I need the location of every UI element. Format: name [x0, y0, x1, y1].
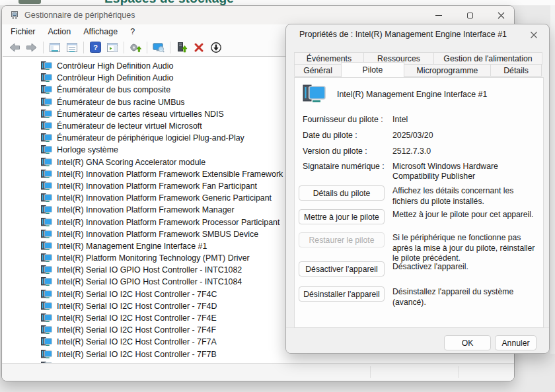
field-value: Microsoft Windows Hardware Compatibility… — [392, 162, 536, 181]
device-name: Intel(R) Innovation Platform Framework F… — [57, 181, 257, 191]
device-icon — [41, 181, 52, 191]
tab-control: ÉvénementsRessourcesGestion de l'aliment… — [294, 52, 544, 80]
device-name: Intel(R) Serial IO GPIO Host Controller … — [57, 277, 242, 286]
driver-action-row: Désactiver l'appareil Désactivez l'appar… — [299, 261, 540, 277]
minimize-button[interactable] — [427, 9, 450, 22]
device-icon — [41, 73, 52, 82]
properties-icon[interactable] — [66, 42, 78, 53]
désactiver-lappareil-button[interactable]: Désactiver l'appareil — [299, 261, 385, 277]
dialog-title: Propriétés de : Intel(R) Management Engi… — [299, 30, 507, 39]
menu-item-affichage[interactable]: Affichage — [83, 27, 118, 36]
menu-item-fichier[interactable]: Fichier — [11, 27, 36, 36]
background-window-title: Espaces de stockage — [104, 0, 234, 5]
screen: Espaces de stockage Gestionnaire de péri… — [0, 0, 555, 392]
uninstall-device-icon[interactable] — [193, 42, 205, 53]
device-name: Intel(R) Serial IO GPIO Host Controller … — [57, 265, 242, 275]
console-tree-icon[interactable] — [49, 42, 61, 53]
tab-gestion-de-l-alimentation[interactable]: Gestion de l'alimentation — [433, 52, 542, 65]
device-icon — [41, 61, 52, 71]
maximize-button[interactable] — [459, 9, 481, 22]
tab-microprogramme[interactable]: Microprogramme — [404, 64, 491, 77]
update-driver-icon[interactable] — [176, 42, 188, 53]
status-bar — [2, 363, 514, 381]
device-name: Intel(R) Serial IO I2C Host Controller -… — [57, 313, 217, 323]
device-icon — [41, 121, 52, 131]
field-label: Fournisseur du pilote : — [303, 115, 392, 125]
device-name: Intel(R) Innovation Platform Framework M… — [57, 205, 235, 214]
device-name: Énumérateur de lecteur virtuel Microsoft — [57, 121, 202, 131]
device-name: Énumérateur de périphérique logiciel Plu… — [57, 133, 244, 143]
device-icon — [41, 265, 52, 275]
device-icon — [41, 242, 52, 251]
device-icon — [41, 205, 52, 214]
background-window-edge — [550, 5, 555, 354]
driver-field: Signataire numérique : Microsoft Windows… — [303, 162, 538, 181]
background-window-espaces-de-stockage: Espaces de stockage — [0, 0, 555, 5]
driver-field: Fournisseur du pilote : Intel — [303, 115, 538, 125]
cancel-button[interactable]: Annuler — [495, 335, 536, 350]
device-header: Intel(R) Management Engine Interface #1 — [303, 84, 487, 104]
dialog-footer: OK Annuler — [286, 327, 549, 353]
device-name: Intel(R) Serial IO I2C Host Controller -… — [57, 337, 217, 346]
restaurer-le-pilote-button: Restaurer le pilote — [299, 232, 385, 247]
dialog-titlebar[interactable]: Propriétés de : Intel(R) Management Engi… — [286, 24, 549, 44]
storage-spaces-icon — [18, 0, 41, 4]
close-icon — [530, 31, 538, 39]
device-name: Intel(R) Serial IO I2C Host Controller -… — [57, 350, 217, 359]
scan-hardware-icon[interactable] — [130, 42, 141, 53]
device-icon — [41, 325, 52, 335]
driver-action-row: Désinstaller l'appareil Désinstallez l'a… — [299, 286, 540, 308]
device-manager-titlebar[interactable]: Gestionnaire de périphériques — [2, 6, 514, 24]
device-icon — [41, 313, 52, 323]
device-name: Énumérateur de bus composite — [57, 85, 170, 94]
driver-action-row: Restaurer le pilote Si le périphérique n… — [299, 232, 540, 264]
device-icon — [41, 218, 52, 227]
device-name: Intel(R) Platform Monitoring Technology … — [57, 253, 250, 263]
device-name: Horloge système — [57, 145, 118, 154]
disable-device-icon[interactable] — [210, 42, 222, 53]
tab-général[interactable]: Général — [294, 64, 342, 77]
driver-action-row: Mettre à jour le pilote Mettez à jour le… — [299, 209, 540, 224]
tab-détails[interactable]: Détails — [490, 64, 542, 77]
action-pane-icon[interactable] — [106, 42, 118, 53]
device-name: Intel(R) Management Engine Interface #1 — [337, 90, 487, 99]
toolbar-separator — [43, 42, 44, 53]
détails-du-pilote-button[interactable]: Détails du pilote — [299, 185, 385, 201]
device-name: Énumérateur de cartes réseau virtuelles … — [57, 110, 224, 119]
forward-icon[interactable] — [26, 42, 38, 53]
device-icon — [41, 145, 52, 154]
field-label: Date du pilote : — [303, 131, 392, 141]
device-icon — [41, 170, 52, 179]
close-icon — [498, 12, 505, 19]
close-button[interactable] — [490, 9, 512, 22]
device-icon — [41, 253, 52, 263]
ok-button[interactable]: OK — [444, 335, 491, 350]
remote-computer-icon[interactable] — [153, 42, 165, 53]
device-name: Intel(R) Innovation Platform Framework G… — [57, 193, 272, 203]
menu-item-?[interactable]: ? — [130, 27, 135, 36]
device-name: Intel(R) GNA Scoring Accelerator module — [57, 158, 205, 167]
désinstaller-lappareil-button[interactable]: Désinstaller l'appareil — [299, 286, 385, 302]
computer-device-icon — [303, 84, 326, 104]
device-icon — [41, 350, 52, 359]
field-value: 2512.7.3.0 — [392, 147, 536, 156]
dialog-close-button[interactable] — [525, 28, 542, 42]
tab-pilote[interactable]: Pilote — [341, 62, 404, 78]
help-icon[interactable]: ? — [89, 42, 101, 53]
toolbar-separator — [170, 42, 170, 53]
device-name: Intel(R) Innovation Platform Framework P… — [57, 218, 279, 227]
device-icon — [41, 337, 52, 346]
maximize-icon — [467, 13, 473, 18]
device-icon — [41, 98, 52, 107]
driver-action-row: Détails du pilote Affichez les détails c… — [299, 185, 540, 207]
menu-item-action[interactable]: Action — [48, 27, 71, 36]
back-icon[interactable] — [9, 42, 20, 53]
device-icon — [41, 133, 52, 143]
driver-action-description: Si le périphérique ne fonctionne pas apr… — [392, 232, 536, 264]
device-icon — [41, 230, 52, 239]
device-name: Contrôleur High Definition Audio — [57, 61, 173, 71]
mettre-à-jour-le-pilote-button[interactable]: Mettre à jour le pilote — [299, 209, 385, 224]
device-icon — [41, 110, 52, 119]
field-value: Intel — [392, 115, 536, 125]
field-value: 2025/03/20 — [392, 131, 536, 141]
